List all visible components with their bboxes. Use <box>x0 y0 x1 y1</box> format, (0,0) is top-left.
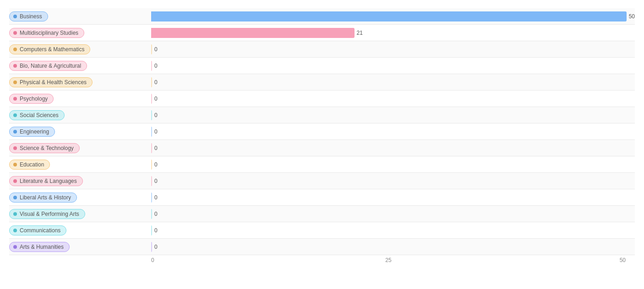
field-pill: Arts & Humanities <box>9 242 70 252</box>
bar-value: 0 <box>154 46 158 53</box>
rows-container: Business50Multidisciplinary Studies21Com… <box>9 8 635 255</box>
bar-section: 0 <box>151 239 635 255</box>
table-row: Multidisciplinary Studies21 <box>9 25 635 41</box>
bar <box>151 94 152 104</box>
bar-value: 0 <box>154 244 158 250</box>
label-area: Multidisciplinary Studies <box>9 28 151 38</box>
table-row: Physical & Health Sciences0 <box>9 74 635 91</box>
pill-dot <box>13 15 17 18</box>
bar <box>151 143 152 153</box>
bar <box>151 61 152 71</box>
bar-section: 50 <box>151 8 635 24</box>
pill-dot <box>13 80 17 84</box>
bar-value: 21 <box>357 30 363 36</box>
table-row: Business50 <box>9 8 635 25</box>
label-area: Arts & Humanities <box>9 242 151 252</box>
field-label: Engineering <box>20 128 49 135</box>
label-area: Science & Technology <box>9 143 151 153</box>
field-label: Education <box>20 161 44 168</box>
bar <box>151 110 152 120</box>
bar-section: 0 <box>151 74 635 90</box>
chart-area: Business50Multidisciplinary Studies21Com… <box>9 8 635 263</box>
bar-value: 0 <box>154 79 158 86</box>
field-label: Business <box>20 13 42 20</box>
label-area: Engineering <box>9 127 151 137</box>
table-row: Bio, Nature & Agricultural0 <box>9 58 635 74</box>
bar-section: 0 <box>151 58 635 74</box>
bar-section: 0 <box>151 107 635 123</box>
x-tick: 25 <box>309 257 467 263</box>
label-area: Communications <box>9 225 151 235</box>
bar-value: 0 <box>154 128 158 135</box>
table-row: Science & Technology0 <box>9 140 635 156</box>
table-row: Communications0 <box>9 222 635 239</box>
pill-dot <box>13 245 17 249</box>
table-row: Education0 <box>9 156 635 173</box>
pill-dot <box>13 212 17 216</box>
bar <box>151 44 152 54</box>
field-pill: Multidisciplinary Studies <box>9 28 84 38</box>
field-label: Computers & Mathematics <box>20 46 84 53</box>
field-label: Psychology <box>20 96 48 102</box>
table-row: Arts & Humanities0 <box>9 239 635 255</box>
field-label: Arts & Humanities <box>20 244 64 250</box>
bar-value: 0 <box>154 194 158 201</box>
bar-value: 0 <box>154 63 158 69</box>
bar <box>151 193 152 203</box>
bar-value: 0 <box>154 112 158 118</box>
bar-section: 0 <box>151 156 635 172</box>
bar-section: 0 <box>151 123 635 139</box>
label-area: Literature & Languages <box>9 176 151 186</box>
bar-section: 0 <box>151 206 635 222</box>
bar-section: 21 <box>151 25 635 41</box>
bar-section: 0 <box>151 41 635 57</box>
pill-dot <box>13 48 17 51</box>
field-label: Liberal Arts & History <box>20 194 71 201</box>
field-label: Social Sciences <box>20 112 59 118</box>
bar-section: 0 <box>151 91 635 107</box>
field-pill: Communications <box>9 225 66 235</box>
bar-value: 0 <box>154 211 158 217</box>
label-area: Computers & Mathematics <box>9 44 151 54</box>
field-pill: Bio, Nature & Agricultural <box>9 61 87 71</box>
bar <box>151 242 152 252</box>
pill-dot <box>13 196 17 199</box>
bar-section: 0 <box>151 189 635 205</box>
bar-value: 0 <box>154 161 158 168</box>
label-area: Liberal Arts & History <box>9 193 151 203</box>
field-pill: Psychology <box>9 94 54 104</box>
field-pill: Social Sciences <box>9 110 65 120</box>
field-pill: Education <box>9 160 50 170</box>
label-area: Bio, Nature & Agricultural <box>9 61 151 71</box>
bar <box>151 11 627 21</box>
field-pill: Computers & Mathematics <box>9 44 90 54</box>
pill-dot <box>13 97 17 101</box>
pill-dot <box>13 146 17 150</box>
bar-value: 0 <box>154 178 158 184</box>
chart-container: Business50Multidisciplinary Studies21Com… <box>9 8 635 263</box>
table-row: Visual & Performing Arts0 <box>9 206 635 222</box>
x-tick: 50 <box>468 257 626 263</box>
field-label: Physical & Health Sciences <box>20 79 87 86</box>
field-label: Literature & Languages <box>20 178 77 184</box>
field-pill: Science & Technology <box>9 143 80 153</box>
label-area: Social Sciences <box>9 110 151 120</box>
bar <box>151 160 152 170</box>
bar <box>151 77 152 87</box>
field-label: Multidisciplinary Studies <box>20 30 78 36</box>
table-row: Social Sciences0 <box>9 107 635 123</box>
pill-dot <box>13 229 17 232</box>
pill-dot <box>13 179 17 183</box>
label-area: Education <box>9 160 151 170</box>
x-axis: 02550 <box>151 257 626 263</box>
bar <box>151 127 152 137</box>
table-row: Computers & Mathematics0 <box>9 41 635 58</box>
field-pill: Literature & Languages <box>9 176 83 186</box>
label-area: Psychology <box>9 94 151 104</box>
bar <box>151 176 152 186</box>
table-row: Engineering0 <box>9 123 635 140</box>
bar-value: 0 <box>154 96 158 102</box>
bar <box>151 225 152 235</box>
field-pill: Visual & Performing Arts <box>9 209 85 219</box>
field-pill: Engineering <box>9 127 55 137</box>
